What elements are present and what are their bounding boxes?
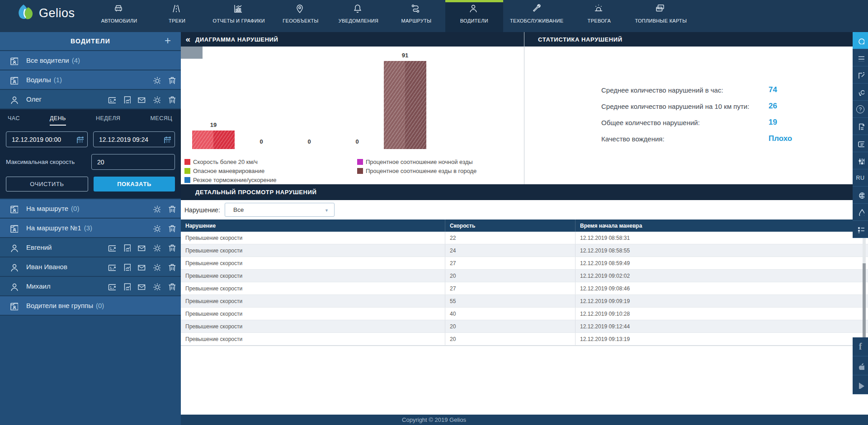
sidebar-group-on-route[interactable]: На маршруте (0) xyxy=(0,199,181,219)
show-button[interactable]: ПОКАЗАТЬ xyxy=(94,177,175,191)
nav-item-alarm[interactable]: ТРЕВОГА xyxy=(570,0,628,32)
report-icon[interactable] xyxy=(122,282,131,290)
logo[interactable]: Gelios xyxy=(0,0,90,32)
sidebar-group-ungrouped[interactable]: Водители вне группы (0) xyxy=(0,296,181,316)
id-card-icon[interactable] xyxy=(107,95,116,103)
send-message-icon[interactable] xyxy=(137,95,146,103)
report-icon[interactable] xyxy=(122,243,131,252)
calendar-icon[interactable] xyxy=(163,135,171,143)
nav-item-tracks[interactable]: ТРЕКИ xyxy=(148,0,206,32)
send-message-icon[interactable] xyxy=(137,262,146,271)
globe-tool[interactable] xyxy=(853,187,868,204)
sidebar-driver-evgeniy[interactable]: Евгений xyxy=(0,238,181,257)
sidebar-group-all-drivers[interactable]: Все водители (4) xyxy=(0,51,181,70)
settings-icon[interactable] xyxy=(152,95,160,103)
delete-icon[interactable] xyxy=(167,243,175,252)
settings-icon[interactable] xyxy=(152,243,160,252)
legend-swatch xyxy=(184,168,190,174)
nav-item-vehicles[interactable]: АВТОМОБИЛИ xyxy=(90,0,148,32)
sidebar-driver-oleg[interactable]: Олег xyxy=(0,90,181,109)
calendar-icon[interactable] xyxy=(75,135,84,143)
tab-month[interactable]: МЕСЯЦ xyxy=(150,115,172,126)
nav-item-routes[interactable]: МАРШРУТЫ xyxy=(387,0,445,32)
comment-icon xyxy=(857,140,864,147)
nav-item-drivers[interactable]: ВОДИТЕЛИ xyxy=(445,0,503,32)
nav-item-geoobjects[interactable]: ГЕООБЪЕКТЫ xyxy=(272,0,330,32)
bullet-list-icon xyxy=(857,225,864,233)
max-speed-label: Максимальная скорость xyxy=(6,159,91,165)
table-row[interactable]: Превышение скорости4012.12.2019 09:10:28 xyxy=(181,308,868,320)
feedback-tool[interactable] xyxy=(853,135,868,152)
nav-item-notifications[interactable]: УВЕДОМЛЕНИЯ xyxy=(330,0,387,32)
tab-week[interactable]: НЕДЕЛЯ xyxy=(96,115,120,126)
sidebar-driver-mikhail[interactable]: Михаил xyxy=(0,277,181,296)
layers-menu-tool[interactable] xyxy=(853,49,868,66)
sidebar-group-on-route-1[interactable]: На маршруте №1 (3) xyxy=(0,219,181,238)
cell-time: 12.12.2019 09:10:28 xyxy=(576,308,868,320)
report-icon[interactable] xyxy=(122,95,131,103)
document-tool[interactable] xyxy=(853,118,868,135)
delete-icon[interactable] xyxy=(167,75,175,84)
cell-time: 12.12.2019 08:58:55 xyxy=(576,244,868,257)
clear-button[interactable]: ОЧИСТИТЬ xyxy=(6,177,88,191)
max-speed-input[interactable] xyxy=(92,154,175,169)
settings-sliders-tool[interactable] xyxy=(853,152,868,169)
fuel-tool[interactable] xyxy=(853,204,868,221)
tab-day[interactable]: ДЕНЬ xyxy=(50,115,66,126)
table-row[interactable]: Превышение скорости2212.12.2019 08:58:31 xyxy=(181,232,868,244)
collapse-panel-icon[interactable]: « xyxy=(181,34,195,44)
google-play-link[interactable] xyxy=(853,375,868,394)
nav-label: ТРЕВОГА xyxy=(588,18,611,23)
help-tool[interactable]: ? xyxy=(853,101,868,118)
sidebar-driver-ivan[interactable]: Иван Иванов xyxy=(0,257,181,277)
id-card-icon[interactable] xyxy=(107,262,116,271)
sidebar-group-vodily[interactable]: Водилы (1) xyxy=(0,70,181,90)
nav-item-fuel-cards[interactable]: ТОПЛИВНЫЕ КАРТЫ xyxy=(628,0,693,32)
expand-tool[interactable] xyxy=(853,66,868,84)
id-card-icon[interactable] xyxy=(107,282,116,290)
stat-row: Общее количество нарушений: 19 xyxy=(601,119,700,130)
search-icon xyxy=(857,37,864,44)
language-tool[interactable]: RU xyxy=(853,169,868,187)
satellite-tool[interactable] xyxy=(853,84,868,101)
legend-list-tool[interactable] xyxy=(853,221,868,238)
table-row[interactable]: Превышение скорости2712.12.2019 08:59:49 xyxy=(181,257,868,270)
facebook-link[interactable]: f xyxy=(853,337,868,356)
table-row[interactable]: Превышение скорости2412.12.2019 08:58:55 xyxy=(181,244,868,257)
cell-speed: 20 xyxy=(445,270,576,282)
table-row[interactable]: Превышение скорости2712.12.2019 09:08:46 xyxy=(181,282,868,295)
delete-icon[interactable] xyxy=(167,204,175,213)
settings-icon[interactable] xyxy=(152,75,160,84)
table-row[interactable]: Превышение скорости5512.12.2019 09:09:19 xyxy=(181,295,868,308)
violation-select[interactable]: Все ▼ xyxy=(225,203,335,217)
stat-row: Качество вождения: Плохо xyxy=(601,135,665,146)
id-card-icon[interactable] xyxy=(107,243,116,252)
report-icon[interactable] xyxy=(122,262,131,271)
send-message-icon[interactable] xyxy=(137,243,146,252)
settings-icon[interactable] xyxy=(152,224,160,232)
settings-icon[interactable] xyxy=(152,282,160,290)
settings-icon[interactable] xyxy=(152,204,160,213)
panel-drag-tab[interactable] xyxy=(181,47,203,59)
stat-value: 74 xyxy=(769,85,777,94)
search-tool[interactable] xyxy=(853,32,868,49)
table-row[interactable]: Превышение скорости2012.12.2019 09:12:44 xyxy=(181,320,868,333)
cards-icon xyxy=(655,3,667,15)
delete-icon[interactable] xyxy=(167,95,175,103)
settings-icon[interactable] xyxy=(152,262,160,271)
table-row[interactable]: Превышение скорости2012.12.2019 09:02:02 xyxy=(181,270,868,282)
app-store-link[interactable] xyxy=(853,356,868,375)
add-group-button[interactable]: + xyxy=(162,34,174,47)
nav-item-reports[interactable]: ОТЧЕТЫ И ГРАФИКИ xyxy=(206,0,272,32)
legend-item: Процентное соотношение езды в городе xyxy=(357,166,476,175)
nav-label: ТЕХОБСЛУЖИВАНИЕ xyxy=(510,18,564,23)
delete-icon[interactable] xyxy=(167,282,175,290)
delete-icon[interactable] xyxy=(167,224,175,232)
tab-hour[interactable]: ЧАС xyxy=(8,115,20,126)
delete-icon[interactable] xyxy=(167,262,175,271)
chart-panel-title: ДИАГРАММА НАРУШЕНИЙ xyxy=(195,36,278,43)
nav-item-maintenance[interactable]: ТЕХОБСЛУЖИВАНИЕ xyxy=(503,0,571,32)
violations-details-panel: ДЕТАЛЬНЫЙ ПРОСМОТР НАРУШЕНИЙ Нарушение: … xyxy=(181,184,868,425)
send-message-icon[interactable] xyxy=(137,282,146,290)
table-row[interactable]: Превышение скорости2012.12.2019 09:13:19 xyxy=(181,333,868,346)
